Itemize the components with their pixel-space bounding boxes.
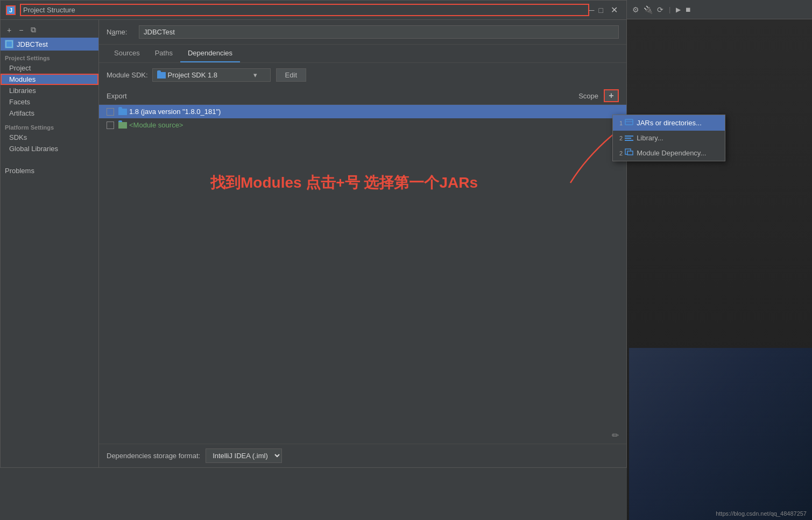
sidebar-item-libraries[interactable]: Libraries bbox=[1, 85, 98, 96]
sidebar-item-problems[interactable]: Problems bbox=[1, 165, 98, 176]
library-icon bbox=[625, 134, 633, 142]
right-toolbar: ⚙ 🔌 ⟳ | ▶ ⏹ bbox=[627, 0, 812, 19]
dep-row-module-source[interactable]: <Module source> bbox=[99, 118, 626, 132]
title-controls: ─ □ bbox=[589, 6, 603, 15]
pencil-button[interactable]: ✏ bbox=[612, 430, 619, 440]
name-row: Name: bbox=[99, 20, 626, 45]
sidebar-item-facets[interactable]: Facets bbox=[1, 96, 98, 108]
maximize-btn[interactable]: □ bbox=[599, 6, 603, 15]
toolbar-icon-2: 🔌 bbox=[644, 5, 653, 14]
dropdown-moddep-label: Module Dependency... bbox=[637, 149, 706, 157]
project-structure-dialog: J Project Structure ─ □ ✕ + − ⧉ JDBCTest… bbox=[0, 0, 627, 468]
add-dependency-button[interactable]: + bbox=[604, 89, 619, 102]
dep-checkbox-source[interactable] bbox=[107, 122, 114, 129]
add-module-button[interactable]: + bbox=[5, 25, 13, 35]
tabs-bar: Sources Paths Dependencies bbox=[99, 45, 626, 63]
sidebar: + − ⧉ JDBCTest Project Settings Project … bbox=[1, 20, 99, 467]
export-col-header: Export bbox=[107, 92, 578, 100]
storage-format-select[interactable]: IntelliJ IDEA (.iml) bbox=[206, 448, 282, 463]
sidebar-item-artifacts[interactable]: Artifacts bbox=[1, 108, 98, 119]
dialog-icon: J bbox=[6, 5, 16, 15]
dropdown-item-jars[interactable]: 1 JARs or directories... bbox=[613, 115, 725, 131]
svg-rect-5 bbox=[627, 151, 633, 155]
edit-button[interactable]: Edit bbox=[276, 68, 306, 82]
sdk-folder-icon bbox=[157, 72, 166, 79]
sidebar-item-modules[interactable]: Modules bbox=[1, 74, 98, 85]
jars-number: 1 bbox=[619, 120, 623, 126]
bg-overlay bbox=[629, 348, 812, 520]
dialog-title: Project Structure bbox=[20, 4, 589, 16]
module-dep-icon bbox=[625, 148, 633, 158]
right-panel: ⚙ 🔌 ⟳ | ▶ ⏹ bbox=[627, 0, 812, 520]
dropdown-library-label: Library... bbox=[637, 134, 663, 142]
dep-row-jdk[interactable]: 1.8 (java version "1.8.0_181") bbox=[99, 105, 626, 118]
platform-settings-label: Platform Settings bbox=[1, 119, 98, 132]
tab-sources[interactable]: Sources bbox=[107, 45, 147, 62]
annotation-text: 找到Modules 点击+号 选择第一个JARs bbox=[210, 173, 478, 193]
sidebar-toolbar: + − ⧉ bbox=[1, 22, 98, 38]
module-name: JDBCTest bbox=[17, 40, 48, 48]
moddep-number: 2 bbox=[619, 150, 623, 156]
dropdown-item-module-dep[interactable]: 2 Module Dependency... bbox=[613, 145, 725, 161]
source-folder-icon bbox=[118, 122, 127, 129]
dep-table-header: Export Scope + bbox=[99, 87, 626, 105]
jdk-folder-icon bbox=[118, 109, 127, 115]
dialog-content: + − ⧉ JDBCTest Project Settings Project … bbox=[1, 20, 626, 467]
tab-paths[interactable]: Paths bbox=[147, 45, 180, 62]
url-text: https://blog.csdn.net/qq_48487257 bbox=[716, 510, 807, 517]
library-number: 2 bbox=[619, 135, 623, 141]
tab-dependencies[interactable]: Dependencies bbox=[180, 45, 240, 62]
sdk-chevron-icon: ▾ bbox=[249, 71, 257, 79]
title-bar: J Project Structure ─ □ ✕ bbox=[1, 1, 626, 20]
svg-rect-1 bbox=[7, 42, 11, 46]
storage-format-label: Dependencies storage format: bbox=[107, 452, 200, 460]
name-label: Name: bbox=[107, 28, 133, 36]
module-icon bbox=[5, 40, 13, 48]
minimize-btn[interactable]: ─ bbox=[589, 6, 595, 15]
main-panel: Name: Sources Paths Dependencies Module … bbox=[99, 20, 626, 467]
dep-text-source: <Module source> bbox=[129, 121, 619, 129]
close-button[interactable]: ✕ bbox=[608, 4, 621, 16]
svg-rect-2 bbox=[625, 119, 633, 125]
add-dependency-dropdown: 1 JARs or directories... 2 Library... 2 … bbox=[612, 115, 725, 161]
sidebar-item-global-libraries[interactable]: Global Libraries bbox=[1, 143, 98, 154]
copy-module-button[interactable]: ⧉ bbox=[29, 24, 38, 35]
toolbar-icon-3: ⟳ bbox=[657, 5, 663, 14]
sdk-row: Module SDK: Project SDK 1.8 ▾ Edit bbox=[99, 63, 626, 87]
ide-background bbox=[627, 19, 812, 520]
sdk-select[interactable]: Project SDK 1.8 ▾ bbox=[152, 68, 271, 82]
scope-col-header: Scope bbox=[578, 92, 598, 100]
toolbar-icon-4: ▶ bbox=[676, 6, 681, 13]
name-input[interactable] bbox=[139, 25, 619, 39]
module-item-jdbctest[interactable]: JDBCTest bbox=[1, 38, 98, 51]
sidebar-item-sdks[interactable]: SDKs bbox=[1, 132, 98, 143]
jars-icon bbox=[625, 118, 633, 127]
toolbar-divider: | bbox=[669, 5, 670, 13]
dep-text-jdk: 1.8 (java version "1.8.0_181") bbox=[129, 108, 619, 116]
dropdown-item-library[interactable]: 2 Library... bbox=[613, 131, 725, 145]
sdk-value: Project SDK 1.8 bbox=[168, 71, 218, 79]
toolbar-icon-1: ⚙ bbox=[632, 5, 639, 14]
dep-checkbox-jdk[interactable] bbox=[107, 108, 114, 116]
sdk-label: Module SDK: bbox=[107, 71, 148, 79]
toolbar-icon-5: ⏹ bbox=[685, 6, 691, 13]
remove-module-button[interactable]: − bbox=[17, 25, 25, 35]
dropdown-jars-label: JARs or directories... bbox=[637, 119, 702, 127]
project-settings-label: Project Settings bbox=[1, 51, 98, 62]
sidebar-item-project[interactable]: Project bbox=[1, 62, 98, 74]
bottom-bar: Dependencies storage format: IntelliJ ID… bbox=[99, 444, 626, 467]
